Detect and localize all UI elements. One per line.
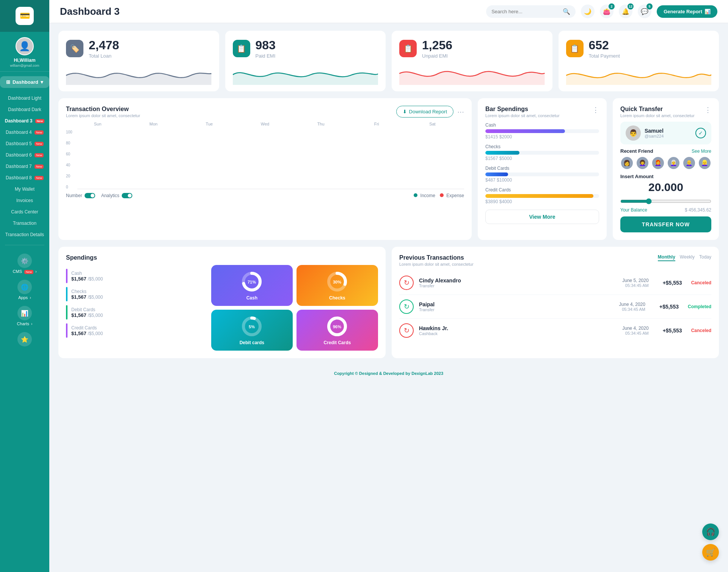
table-row: ↻ Hawkins Jr. Cashback June 4, 2020 05:3… [399, 319, 711, 342]
wallet-button[interactable]: 👛 2 [600, 5, 613, 18]
spendings-item-debit: Debit Cards $1,567 /$5,000 [66, 305, 205, 320]
apps-icon: 🌐 [17, 280, 32, 294]
transfer-now-button[interactable]: TRANSFER NOW [620, 216, 711, 232]
spending-item-credit: Credit Cards $3890 $4000 [485, 187, 599, 204]
unpaid-emi-value: 1,256 [422, 38, 452, 52]
sidebar-item-dashboard-light[interactable]: Dashboard Light [0, 92, 49, 104]
search-box: 🔍 [486, 5, 576, 18]
support-float-button[interactable]: 🎧 [702, 523, 719, 540]
moon-icon: 🌙 [584, 8, 592, 15]
view-more-button[interactable]: View More [485, 210, 599, 224]
chevron-right-icon-apps: › [30, 296, 31, 300]
sidebar-item-dashboard-dark[interactable]: Dashboard Dark [0, 104, 49, 115]
generate-report-button[interactable]: Generate Report 📊 [657, 5, 717, 18]
sidebar-item-dashboard-8[interactable]: Dashboard 8 New [0, 172, 49, 183]
trans-date-3: June 4, 2020 [622, 326, 648, 331]
transactions-list: ↻ Cindy Alexandro Transfer June 5, 2020 … [399, 271, 711, 342]
spending-item-checks: Checks $1567 $5000 [485, 144, 599, 161]
number-toggle[interactable] [85, 193, 95, 198]
sidebar-item-transaction[interactable]: Transaction [0, 218, 49, 229]
friend-avatars-list: 👩 👩‍🦱 👩‍🦰 👩‍🦳 👩‍🦲 👱‍♀️ [620, 156, 711, 170]
sidebar-item-cards-center[interactable]: Cards Center [0, 206, 49, 218]
tab-weekly[interactable]: Weekly [680, 254, 695, 261]
more-options-icon[interactable]: ⋯ [457, 108, 464, 116]
bar-chart-icon: 📊 [704, 9, 711, 14]
friend-6[interactable]: 👱‍♀️ [698, 156, 711, 170]
prev-trans-subtitle: Lorem ipsum dolor sit amet, consectetur [399, 262, 474, 266]
chart-bars-container [77, 129, 464, 189]
bar-spendings-card: Bar Spendings Lorem ipsum dolor sit amet… [478, 98, 607, 240]
quick-transfer-more-icon[interactable]: ⋮ [704, 106, 711, 114]
see-more-link[interactable]: See More [692, 149, 711, 154]
quick-transfer-card: Quick Transfer Lorem ipsum dolor sit ame… [613, 98, 719, 240]
tab-today[interactable]: Today [699, 254, 711, 261]
friend-5[interactable]: 👩‍🦲 [682, 156, 696, 170]
expense-legend: Expense [440, 193, 464, 198]
friend-2[interactable]: 👩‍🦱 [636, 156, 649, 170]
friend-3[interactable]: 👩‍🦰 [651, 156, 665, 170]
sidebar-item-apps[interactable]: 🌐 Apps › [0, 277, 49, 302]
theme-toggle-button[interactable]: 🌙 [581, 5, 595, 18]
bar-spendings-list: Cash $1415 $2000 Checks [485, 122, 599, 204]
sidebar-item-dashboard-7[interactable]: Dashboard 7 New [0, 161, 49, 172]
messages-button[interactable]: 💬 5 [638, 5, 651, 18]
cash-donut-chart: 71% [240, 270, 263, 293]
sidebar-icon-group: ⚙️ CMS New › 🌐 Apps › 📊 Charts › ⭐ [0, 248, 49, 353]
sidebar-item-charts[interactable]: 📊 Charts › [0, 304, 49, 328]
balance-row: Your Balance $ 456,345.62 [620, 207, 711, 213]
cash-donut-label: Cash [246, 295, 257, 301]
contact-handle: @sam224 [645, 134, 664, 138]
stat-cards-row: 🏷️ 2,478 Total Loan 📋 [58, 31, 719, 91]
sidebar-item-dashboard-3[interactable]: Dashboard 3 New [0, 115, 49, 127]
paid-emi-label: Paid EMI [256, 53, 276, 59]
debit-bar [485, 172, 508, 176]
notifications-badge: 12 [628, 3, 634, 9]
chart-x-labels: Sun Mon Tue Wed Thu Fri Sat [66, 122, 464, 126]
amount-display: 20.000 [620, 181, 711, 194]
checks-bar [485, 151, 519, 155]
total-payment-value: 652 [589, 38, 620, 52]
paid-emi-value: 983 [256, 38, 276, 52]
trans-amount-3: +$5,553 [659, 328, 682, 334]
friend-4[interactable]: 👩‍🦳 [667, 156, 680, 170]
notifications-button[interactable]: 🔔 12 [619, 5, 632, 18]
cart-float-button[interactable]: 🛒 [702, 544, 719, 561]
search-input[interactable] [491, 9, 560, 14]
sidebar-item-my-wallet[interactable]: My Wallet [0, 183, 49, 195]
trans-date-2: June 4, 2020 [619, 302, 645, 307]
sidebar-item-dashboard-6[interactable]: Dashboard 6 New [0, 149, 49, 161]
wallet-badge: 2 [609, 3, 615, 9]
analytics-toggle[interactable] [122, 193, 132, 198]
table-row: ↻ Paipal Transfer June 4, 2020 05:34:45 … [399, 295, 711, 319]
sidebar-item-invoices[interactable]: Invoices [0, 195, 49, 206]
income-dot [414, 193, 417, 197]
trans-type-2: Transfer [419, 307, 435, 312]
page-title: Dashboard 3 [60, 6, 120, 17]
headset-icon: 🎧 [706, 527, 715, 536]
star-icon: ⭐ [17, 332, 32, 346]
chart-y-axis: 0 20 40 60 80 100 [66, 129, 77, 189]
tab-monthly[interactable]: Monthly [658, 254, 675, 261]
stat-card-unpaid-emi: 📋 1,256 Unpaid EMI [392, 31, 552, 91]
sidebar-item-favorites[interactable]: ⭐ [0, 330, 49, 350]
stat-card-paid-emi: 📋 983 Paid EMI [225, 31, 386, 91]
transaction-icon-2: ↻ [399, 299, 414, 314]
sidebar-dashboard-button[interactable]: ⊞ Dashboard ▾ [0, 76, 49, 88]
sidebar-item-cms[interactable]: ⚙️ CMS New › [0, 251, 49, 276]
checks-color-bar [66, 287, 67, 301]
donut-checks: 30% Checks [297, 265, 378, 306]
sidebar-item-dashboard-4[interactable]: Dashboard 4 New [0, 127, 49, 138]
friend-1[interactable]: 👩 [620, 156, 634, 170]
spending-item-debit: Debit Cards $487 $10000 [485, 166, 599, 183]
quick-transfer-title: Quick Transfer [620, 106, 695, 113]
checks-donut-chart: 30% [326, 270, 348, 293]
spendings-item-credit: Credit Cards $1,567 /$5,000 [66, 323, 205, 338]
grid-icon: ⊞ [6, 79, 10, 85]
credit-donut-chart: 96% [326, 315, 348, 338]
bar-spendings-more-icon[interactable]: ⋮ [592, 106, 599, 114]
sidebar-item-dashboard-5[interactable]: Dashboard 5 New [0, 138, 49, 149]
credit-color-bar [66, 323, 67, 338]
download-report-button[interactable]: ⬇ Download Report [396, 106, 453, 118]
amount-slider[interactable] [620, 198, 711, 204]
sidebar-item-transaction-details[interactable]: Transaction Details [0, 229, 49, 240]
